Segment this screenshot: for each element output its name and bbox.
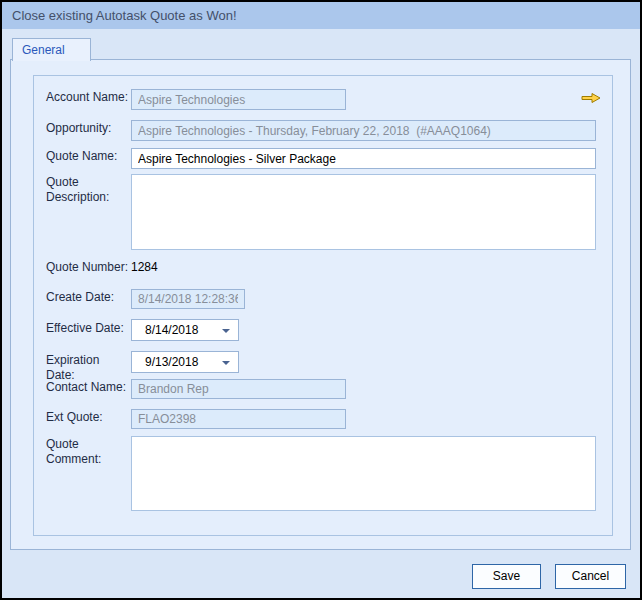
tab-general[interactable]: General [12,38,91,61]
quote-description-label: Quote Description: [46,175,130,205]
contact-name-field [131,379,346,399]
chevron-down-icon [222,361,230,365]
ext-quote-field [131,409,346,429]
create-date-label: Create Date: [46,290,130,305]
expiration-date-dropdown[interactable]: 9/13/2018 [131,351,239,373]
opportunity-field [131,120,596,141]
quote-number-value: 1284 [131,260,158,274]
account-name-field [131,89,346,110]
quote-description-field[interactable] [131,174,596,250]
quote-form-panel: Account Name: Opportunity: Quote Name: Q… [33,75,613,536]
ext-quote-label: Ext Quote: [46,410,130,425]
quote-name-label: Quote Name: [46,149,130,164]
effective-date-label: Effective Date: [46,321,130,336]
tab-page-general: Account Name: Opportunity: Quote Name: Q… [10,59,631,550]
dialog-titlebar: Close existing Autotask Quote as Won! [2,2,640,29]
effective-date-value: 8/14/2018 [145,323,198,337]
effective-date-dropdown[interactable]: 8/14/2018 [131,319,239,341]
chevron-down-icon [222,329,230,333]
save-button[interactable]: Save [472,564,541,589]
account-name-label: Account Name: [46,90,130,105]
tab-general-label: General [22,43,65,57]
cancel-button[interactable]: Cancel [555,564,626,589]
expiration-date-value: 9/13/2018 [145,355,198,369]
create-date-field [131,289,245,309]
expiration-date-label: Expiration Date: [46,353,130,383]
contact-name-label: Contact Name: [46,380,130,395]
quote-comment-label: Quote Comment: [46,437,130,467]
quote-number-label: Quote Number: [46,260,141,275]
quote-name-field[interactable] [131,148,596,169]
dialog-window: Close existing Autotask Quote as Won! Ge… [0,0,642,600]
dialog-title: Close existing Autotask Quote as Won! [12,8,237,23]
forward-arrow-icon [581,92,601,104]
quote-comment-field[interactable] [131,436,596,511]
opportunity-label: Opportunity: [46,121,130,136]
